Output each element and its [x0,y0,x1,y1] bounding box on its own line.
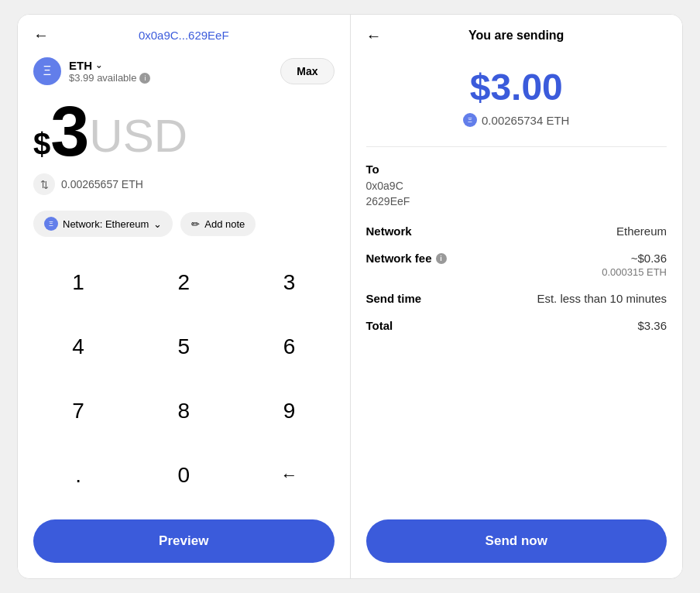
screens-container: ← 0x0a9C...629EeF Ξ ETH ⌄ $3.99 availabl… [17,14,683,579]
recipient-address: 0x0a9C...629EeF [139,29,229,42]
token-info[interactable]: Ξ ETH ⌄ $3.99 available i [33,57,150,85]
fee-row: Network fee i ~$0.36 0.000315 ETH [366,252,667,278]
confirmation-screen: ← You are sending $3.00 Ξ 0.00265734 ETH… [351,15,683,578]
add-note-label: Add note [204,218,245,230]
amount-display: $ 3 USD [18,93,350,167]
backspace-key[interactable]: ← [236,444,341,508]
balance-info-icon[interactable]: i [139,73,150,84]
fee-info-icon[interactable]: i [436,253,447,264]
send-now-button[interactable]: Send now [366,519,667,563]
numpad-key-0[interactable]: 0 [131,444,236,508]
network-detail-label: Network [366,225,412,238]
numpad-key-5[interactable]: 5 [131,314,236,379]
network-detail-value: Ethereum [616,225,667,238]
network-chevron-icon: ⌄ [153,218,162,230]
network-row: Network Ethereum [366,225,667,238]
fee-value: ~$0.36 [631,252,667,265]
sending-eth-amount: 0.00265734 ETH [482,114,569,127]
numpad-key-2[interactable]: 2 [131,250,236,314]
token-row: Ξ ETH ⌄ $3.99 available i Max [18,50,350,93]
max-button[interactable]: Max [280,58,334,84]
screen2-title: You are sending [468,29,564,43]
swap-icon[interactable]: ⇅ [33,173,55,195]
to-address-line2: 2629EeF [366,194,667,210]
token-balance: $3.99 available i [69,72,150,84]
screen2-header: ← You are sending [351,15,683,50]
fee-value-group: ~$0.36 0.000315 ETH [602,252,667,278]
divider [366,146,667,147]
sending-eth-icon: Ξ [463,113,477,127]
details-section: To 0x0a9C 2629EeF Network Ethereum Netwo… [351,151,683,512]
preview-button[interactable]: Preview [33,519,335,563]
screen1-back-button[interactable]: ← [33,26,49,44]
numpad-key-3[interactable]: 3 [236,250,341,314]
to-group: To 0x0a9C 2629EeF [366,163,667,209]
network-label: Network: Ethereum [63,218,149,230]
eth-equivalent-row: ⇅ 0.00265657 ETH [18,167,350,201]
eth-amount-text: 0.00265657 ETH [61,178,143,190]
numpad-key-7[interactable]: 7 [26,379,131,444]
numpad-key-1[interactable]: 1 [26,250,131,314]
amount-currency: USD [89,113,187,159]
add-note-button[interactable]: ✏ Add note [180,212,256,236]
pencil-icon: ✏ [191,218,200,230]
sending-amount: $3.00 [470,66,563,108]
fee-label: Network fee i [366,252,447,265]
decimal-key[interactable]: . [26,444,131,508]
sending-amount-section: $3.00 Ξ 0.00265734 ETH [351,50,683,142]
token-details: ETH ⌄ $3.99 available i [69,59,150,84]
total-value: $3.36 [637,319,667,332]
numpad-key-8[interactable]: 8 [131,379,236,444]
token-chevron-icon: ⌄ [95,60,102,70]
send-time-label: Send time [366,292,422,305]
screen1-header: ← 0x0a9C...629EeF [18,15,350,50]
dollar-sign: $ [33,129,50,159]
total-label: Total [366,319,393,332]
numpad-key-4[interactable]: 4 [26,314,131,379]
send-amount-screen: ← 0x0a9C...629EeF Ξ ETH ⌄ $3.99 availabl… [18,15,351,578]
amount-number: 3 [50,101,89,163]
numpad-key-6[interactable]: 6 [236,314,341,379]
screen2-back-button[interactable]: ← [366,27,382,45]
send-time-value: Est. less than 10 minutes [537,292,667,305]
network-button[interactable]: Ξ Network: Ethereum ⌄ [33,211,173,237]
to-label: To [366,163,667,176]
network-eth-icon: Ξ [44,217,58,231]
token-name[interactable]: ETH ⌄ [69,59,150,72]
eth-logo-icon: Ξ [33,57,61,85]
numpad-key-9[interactable]: 9 [236,379,341,444]
total-row: Total $3.36 [366,319,667,332]
to-address-line1: 0x0a9C [366,179,667,194]
sending-eth-row: Ξ 0.00265734 ETH [463,113,569,127]
options-row: Ξ Network: Ethereum ⌄ ✏ Add note [18,201,350,246]
send-time-row: Send time Est. less than 10 minutes [366,292,667,305]
numpad: 123456789.0← [18,246,350,512]
fee-eth-value: 0.000315 ETH [602,266,667,278]
